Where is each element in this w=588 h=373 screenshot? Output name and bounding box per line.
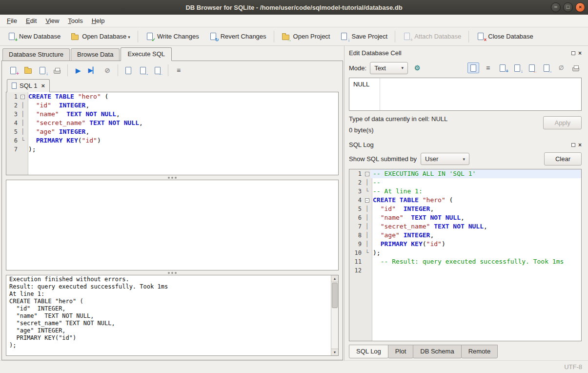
fold-marker-icon[interactable]: - [20, 92, 26, 101]
splitter-handle[interactable] [6, 175, 339, 180]
tab-execute-sql[interactable]: Execute SQL [121, 47, 172, 61]
menu-tools[interactable]: Tools [63, 15, 87, 27]
sql-log-editor[interactable]: 1--- EXECUTING ALL IN 'SQL 1'2│--3└-- At… [349, 169, 582, 341]
tab-browse-data[interactable]: Browse Data [71, 48, 120, 61]
code-line[interactable]: 3│ "name" TEXT NOT NULL, [6, 110, 338, 119]
word-wrap-button[interactable]: ≡ [482, 62, 494, 73]
mode-select[interactable]: Text ▾ [370, 62, 408, 74]
mode-label: Mode: [349, 64, 366, 72]
log-filter-select[interactable]: User ▾ [421, 153, 469, 165]
menu-file[interactable]: File [2, 15, 21, 27]
maximize-button[interactable]: □ [563, 2, 573, 12]
close-database-button[interactable]: ×Close Database [472, 30, 538, 43]
code-line[interactable]: 10└); [349, 249, 581, 257]
bottom-tab-plot[interactable]: Plot [388, 345, 413, 358]
import-sql-button[interactable]: ← [151, 64, 164, 76]
close-tab-icon[interactable]: × [41, 82, 45, 89]
execute-current-line-button[interactable]: ▶▏ [86, 64, 99, 76]
dock-float-icon[interactable] [571, 143, 575, 147]
code-line[interactable]: 9│ PRIMARY KEY("id") [349, 240, 581, 249]
code-text: "secret_name" TEXT NOT NULL, [370, 222, 581, 231]
dock-close-icon[interactable]: × [578, 50, 582, 56]
code-line[interactable]: 5│ "age" INTEGER, [6, 127, 338, 136]
line-number: 11 [349, 257, 364, 266]
code-line[interactable]: 4│ "secret_name" TEXT NOT NULL, [6, 119, 338, 127]
text-view-button[interactable] [467, 62, 479, 73]
fold-marker-icon[interactable]: - [364, 196, 370, 205]
code-text: "secret_name" TEXT NOT NULL, [26, 119, 338, 127]
open-database-button[interactable]: Open Database▾ [66, 30, 135, 43]
stop-button: ⊘ [101, 64, 114, 76]
code-line[interactable]: 7│ "secret_name" TEXT NOT NULL, [349, 222, 581, 231]
code-line[interactable]: 7); [6, 145, 338, 154]
set-null-button[interactable]: ∅ [555, 62, 567, 73]
mode-select-value: Text [374, 64, 386, 72]
dock-close-icon[interactable]: × [578, 142, 582, 148]
print-button[interactable] [51, 64, 63, 76]
open-sql-file-button[interactable] [21, 64, 34, 76]
log-filter-value: User [425, 155, 438, 163]
menu-view[interactable]: View [41, 15, 63, 27]
revert-changes-button[interactable]: ↻Revert Changes [204, 30, 271, 43]
fold-marker-icon [364, 257, 370, 266]
export-sql-button[interactable]: → [137, 64, 149, 76]
fold-marker-icon[interactable]: - [364, 169, 370, 178]
print-button[interactable] [570, 62, 582, 73]
sql-tab[interactable]: SQL 1 × [7, 79, 50, 92]
code-text: -- EXECUTING ALL IN 'SQL 1' [370, 169, 581, 178]
splitter-dots [171, 272, 173, 274]
close-button[interactable]: × [575, 2, 585, 12]
code-line[interactable]: 2│-- [349, 178, 581, 187]
code-line[interactable]: 1-CREATE TABLE "hero" ( [6, 92, 338, 101]
execute-all-button[interactable]: ▶ [72, 64, 84, 76]
save-as-button[interactable]: ↓ [511, 62, 523, 73]
code-text: "id" INTEGER, [370, 205, 581, 213]
code-line[interactable]: 4-CREATE TABLE "hero" ( [349, 196, 581, 205]
scrollbar-thumb[interactable] [332, 283, 338, 308]
new-database-button[interactable]: +New Database [3, 30, 65, 43]
find-button[interactable] [122, 64, 135, 76]
save-project-button[interactable]: ↓Save Project [335, 30, 392, 43]
cell-size-info: 0 byte(s) [349, 126, 447, 134]
new-sql-tab-button[interactable]: + [7, 64, 20, 76]
export-data-button[interactable]: → [541, 62, 552, 73]
minimize-button[interactable]: − [551, 2, 561, 12]
fold-marker-icon: │ [20, 110, 26, 119]
cell-editor-textarea[interactable]: NULL [349, 78, 582, 111]
clear-log-button[interactable]: Clear [544, 152, 582, 166]
output-scrollbar[interactable]: ▲ ▼ [331, 275, 338, 355]
menu-help[interactable]: Help [87, 15, 109, 27]
code-line[interactable]: 5│ "id" INTEGER, [349, 205, 581, 213]
dock-float-icon[interactable] [571, 51, 575, 55]
word-wrap-button[interactable]: ≡ [172, 64, 185, 76]
apply-button[interactable]: Apply [543, 116, 582, 129]
execution-output-text[interactable]: Execution finished without errors. Resul… [6, 275, 331, 355]
code-line[interactable]: 2│ "id" INTEGER, [6, 101, 338, 110]
save-sql-file-button[interactable]: ↓ [36, 64, 49, 76]
code-line[interactable]: 8│ "age" INTEGER, [349, 231, 581, 240]
bottom-tab-sql-log[interactable]: SQL Log [349, 345, 388, 358]
code-line[interactable]: 1--- EXECUTING ALL IN 'SQL 1' [349, 169, 581, 178]
settings-button[interactable]: ⚙ [411, 62, 423, 73]
write-changes-button[interactable]: ✓Write Changes [141, 30, 203, 43]
code-text [370, 266, 581, 275]
code-line[interactable]: 11 -- Result: query executed successfull… [349, 257, 581, 266]
scroll-down-icon[interactable]: ▼ [331, 349, 338, 355]
tab-database-structure[interactable]: Database Structure [2, 48, 70, 61]
import-data-button[interactable]: ← [526, 62, 538, 73]
sql-code-editor[interactable]: 1-CREATE TABLE "hero" (2│ "id" INTEGER,3… [6, 92, 339, 175]
code-line[interactable]: 6│ "name" TEXT NOT NULL, [349, 213, 581, 222]
code-line[interactable]: 3└-- At line 1: [349, 187, 581, 196]
titlebar[interactable]: DB Browser for SQLite - /home/user/code/… [0, 0, 588, 15]
bottom-tab-db-schema[interactable]: DB Schema [413, 345, 461, 358]
menu-edit[interactable]: Edit [21, 15, 41, 27]
code-line[interactable]: 12 [349, 266, 581, 275]
results-grid[interactable] [6, 180, 339, 270]
dropdown-caret-icon[interactable]: ▾ [128, 35, 130, 41]
open-project-button[interactable]: →Open Project [277, 30, 335, 43]
bottom-tab-remote[interactable]: Remote [461, 345, 498, 358]
copy-button[interactable]: + [497, 62, 508, 73]
code-line[interactable]: 6└ PRIMARY KEY("id") [6, 136, 338, 145]
scroll-up-icon[interactable]: ▲ [331, 275, 338, 282]
splitter-handle[interactable] [6, 270, 339, 275]
